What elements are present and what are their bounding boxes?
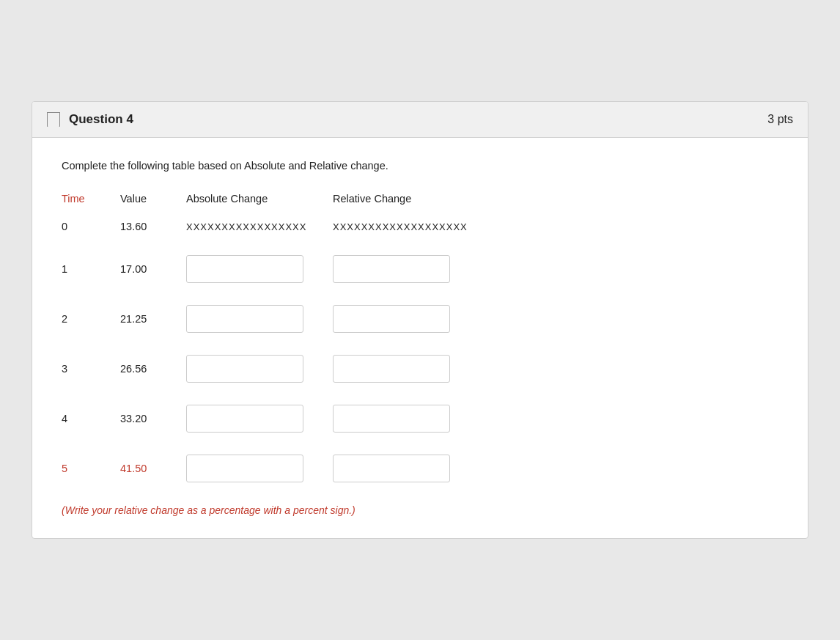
cell-time-3: 3 — [62, 363, 120, 375]
col-header-time: Time — [62, 192, 120, 205]
cell-value-2: 21.25 — [120, 313, 186, 325]
table-row: 3 26.56 — [62, 355, 778, 383]
cell-time-2: 2 — [62, 313, 120, 325]
col-header-relative: Relative Change — [333, 192, 487, 205]
table-row: 2 21.25 — [62, 305, 778, 333]
table-row: 5 41.50 — [62, 455, 778, 482]
cell-relative-1 — [333, 255, 487, 283]
cell-time-4: 4 — [62, 413, 120, 424]
input-absolute-3[interactable] — [186, 355, 303, 383]
header-value-label: Value — [120, 193, 147, 205]
header-time-label: Time — [62, 193, 85, 205]
table-row: 4 33.20 — [62, 405, 778, 433]
cell-time-5: 5 — [62, 463, 120, 474]
input-relative-3[interactable] — [333, 355, 450, 383]
question-header: Question 4 3 pts — [32, 102, 808, 138]
bookmark-icon — [47, 112, 60, 127]
cell-absolute-2 — [186, 305, 333, 333]
table-row: 1 17.00 — [62, 255, 778, 283]
question-title: Question 4 — [69, 112, 133, 127]
input-relative-5[interactable] — [333, 455, 450, 482]
cell-time-1: 1 — [62, 263, 120, 275]
question-header-left: Question 4 — [47, 112, 133, 127]
xxx-absolute-0: XXXXXXXXXXXXXXXXX — [186, 221, 306, 232]
table-container: Time Value Absolute Change Relative Chan… — [62, 192, 778, 482]
cell-value-3: 26.56 — [120, 363, 186, 375]
cell-absolute-3 — [186, 355, 333, 383]
table-row: 0 13.60 XXXXXXXXXXXXXXXXX XXXXXXXXXXXXXX… — [62, 220, 778, 233]
instructions-text: Complete the following table based on Ab… — [62, 160, 778, 172]
col-header-value: Value — [120, 192, 186, 205]
input-relative-2[interactable] — [333, 305, 450, 333]
input-absolute-2[interactable] — [186, 305, 303, 333]
question-card: Question 4 3 pts Complete the following … — [32, 101, 808, 539]
input-relative-4[interactable] — [333, 405, 450, 433]
xxx-relative-0: XXXXXXXXXXXXXXXXXXX — [333, 221, 468, 232]
footnote-text: (Write your relative change as a percent… — [62, 504, 778, 516]
cell-absolute-0: XXXXXXXXXXXXXXXXX — [186, 220, 333, 233]
cell-value-1: 17.00 — [120, 263, 186, 275]
question-body: Complete the following table based on Ab… — [32, 138, 808, 538]
header-absolute-label: Absolute Change — [186, 193, 268, 205]
cell-relative-4 — [333, 405, 487, 433]
input-absolute-4[interactable] — [186, 405, 303, 433]
col-header-absolute: Absolute Change — [186, 192, 333, 205]
cell-relative-3 — [333, 355, 487, 383]
cell-absolute-4 — [186, 405, 333, 433]
question-pts: 3 pts — [767, 113, 793, 126]
cell-absolute-1 — [186, 255, 333, 283]
input-absolute-1[interactable] — [186, 255, 303, 283]
cell-relative-0: XXXXXXXXXXXXXXXXXXX — [333, 220, 487, 233]
cell-value-4: 33.20 — [120, 413, 186, 424]
cell-relative-5 — [333, 455, 487, 482]
cell-value-5: 41.50 — [120, 463, 186, 474]
input-absolute-5[interactable] — [186, 455, 303, 482]
table-header-row: Time Value Absolute Change Relative Chan… — [62, 192, 778, 205]
cell-value-0: 13.60 — [120, 221, 186, 232]
cell-relative-2 — [333, 305, 487, 333]
input-relative-1[interactable] — [333, 255, 450, 283]
header-relative-label: Relative Change — [333, 193, 411, 205]
cell-absolute-5 — [186, 455, 333, 482]
cell-time-0: 0 — [62, 221, 120, 232]
